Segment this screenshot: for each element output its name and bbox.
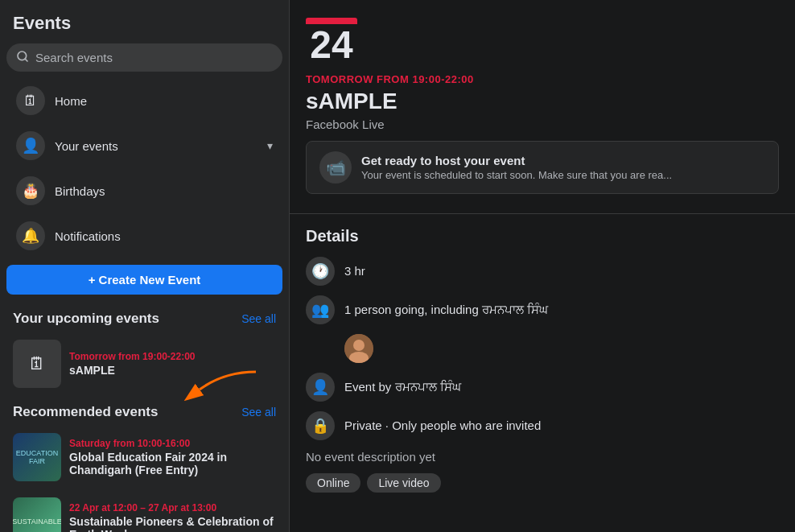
- sidebar-item-label: Birthdays: [55, 184, 273, 198]
- event-time: 22 Apr at 12:00 – 27 Apr at 13:00: [69, 502, 276, 513]
- event-hero: 24 TOMORROW FROM 19:00-22:00 sAMPLE Face…: [290, 0, 795, 131]
- search-bar[interactable]: [6, 43, 282, 72]
- event-info: Tomorrow from 19:00-22:00 sAMPLE: [69, 351, 276, 377]
- main-content: 24 TOMORROW FROM 19:00-22:00 sAMPLE Face…: [290, 0, 795, 532]
- sidebar-item-your-events[interactable]: 👤 Your events ▾: [6, 123, 282, 168]
- details-title: Details: [306, 227, 779, 245]
- event-info: Saturday from 10:00-16:00 Global Educati…: [69, 438, 276, 476]
- sidebar-item-label: Home: [55, 94, 273, 108]
- sidebar-item-label: Your events: [55, 139, 257, 153]
- no-description: No event description yet: [306, 450, 779, 464]
- notif-subtitle: Your event is scheduled to start soon. M…: [361, 169, 672, 181]
- event-time: Saturday from 10:00-16:00: [69, 438, 276, 449]
- event-title-main: sAMPLE: [306, 89, 779, 114]
- clock-icon: 🕐: [306, 257, 335, 286]
- privacy-row: 🔒 Private · Only people who are invited: [306, 411, 779, 440]
- search-input[interactable]: [35, 51, 273, 64]
- video-icon: 📹: [319, 151, 352, 184]
- upcoming-section-header: Your upcoming events See all: [6, 307, 282, 333]
- notification-banner[interactable]: 📹 Get ready to host your event Your even…: [306, 141, 779, 194]
- date-number: 24: [310, 24, 352, 67]
- chevron-down-icon: ▾: [267, 139, 273, 152]
- duration-text: 3 hr: [344, 264, 365, 278]
- sidebar-item-birthdays[interactable]: 🎂 Birthdays: [6, 168, 282, 213]
- avatar-row: [344, 334, 779, 363]
- calendar-icon: 🗓: [28, 353, 46, 374]
- notif-text: Get ready to host your event Your event …: [361, 154, 672, 181]
- tag-online[interactable]: Online: [306, 473, 360, 493]
- upcoming-event-item[interactable]: 🗓 Tomorrow from 19:00-22:00 sAMPLE: [6, 333, 282, 394]
- date-badge: 24: [306, 18, 357, 67]
- event-by-text: Event by ਰਮਨਪਾਲ ਸਿੰਘ: [344, 380, 461, 394]
- sidebar: Events 🗓 Home 👤 Your events ▾ 🎂 Birthday…: [0, 0, 290, 532]
- bell-icon: 🔔: [16, 221, 45, 250]
- rec-event-thumbnail-2: SUSTAINABLE: [13, 497, 61, 532]
- privacy-text: Private · Only people who are invited: [344, 419, 541, 432]
- tag-row: Online Live video: [306, 473, 779, 493]
- recommended-event-item-2[interactable]: SUSTAINABLE 22 Apr at 12:00 – 27 Apr at …: [6, 491, 282, 532]
- birthday-icon: 🎂: [16, 176, 45, 205]
- rec-event-thumbnail-1: EDUCATION FAIR: [13, 433, 61, 481]
- notif-title: Get ready to host your event: [361, 154, 672, 167]
- recommended-see-all[interactable]: See all: [241, 406, 276, 419]
- create-event-button[interactable]: + Create New Event: [6, 265, 282, 295]
- event-by-row: 👤 Event by ਰਮਨਪਾਲ ਸਿੰਘ: [306, 373, 779, 402]
- event-name: sAMPLE: [69, 364, 276, 377]
- attendees-text: 1 person going, including ਰਮਨਪਾਲ ਸਿੰਘ: [344, 303, 548, 317]
- details-section: Details 🕐 3 hr 👥 1 person going, includi…: [290, 214, 795, 505]
- sidebar-item-label: Notifications: [55, 229, 273, 243]
- event-name: Sustainable Pioneers & Celebration of Ea…: [69, 515, 276, 532]
- home-icon: 🗓: [16, 86, 45, 115]
- person-circle-icon: 👤: [306, 373, 335, 402]
- tag-live-video[interactable]: Live video: [367, 473, 440, 493]
- upcoming-see-all[interactable]: See all: [241, 312, 276, 325]
- search-icon: [16, 50, 29, 65]
- sidebar-item-home[interactable]: 🗓 Home: [6, 78, 282, 123]
- recommended-title: Recommended events: [13, 404, 158, 420]
- person-icon: 👤: [16, 131, 45, 160]
- lock-icon: 🔒: [306, 411, 335, 440]
- recommended-section-header: Recommended events See all: [6, 401, 282, 427]
- event-time: Tomorrow from 19:00-22:00: [69, 351, 276, 362]
- svg-point-4: [353, 340, 365, 351]
- event-name: Global Education Fair 2024 in Chandigarh…: [69, 451, 276, 476]
- recommended-event-item-1[interactable]: EDUCATION FAIR Saturday from 10:00-16:00…: [6, 427, 282, 488]
- attendees-row: 👥 1 person going, including ਰਮਨਪਾਲ ਸਿੰਘ: [306, 295, 779, 324]
- sidebar-item-notifications[interactable]: 🔔 Notifications: [6, 213, 282, 258]
- event-thumbnail: 🗓: [13, 340, 61, 388]
- event-info: 22 Apr at 12:00 – 27 Apr at 13:00 Sustai…: [69, 502, 276, 532]
- svg-line-1: [25, 59, 27, 61]
- event-date-label: TOMORROW FROM 19:00-22:00: [306, 73, 779, 85]
- people-icon: 👥: [306, 295, 335, 324]
- sidebar-title: Events: [6, 10, 282, 43]
- upcoming-title: Your upcoming events: [13, 311, 159, 327]
- duration-row: 🕐 3 hr: [306, 257, 779, 286]
- event-subtitle: Facebook Live: [306, 118, 779, 131]
- avatar: [344, 334, 373, 363]
